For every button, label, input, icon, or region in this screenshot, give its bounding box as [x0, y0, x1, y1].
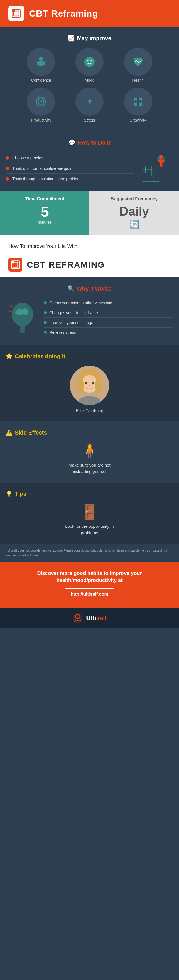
time-section: Time Commitment 5 minutes Suggested Freq… — [0, 191, 179, 235]
celebrity-name: Ellie Goulding — [6, 409, 173, 414]
svg-point-20 — [137, 98, 139, 100]
health-circle-bg — [124, 48, 152, 76]
svg-rect-5 — [37, 62, 39, 65]
celebrities-heading: ⭐ Celebrities doing it — [6, 353, 173, 360]
time-commitment-value: 5 — [6, 204, 84, 219]
step-2: Think of it from a positive viewpoint — [6, 163, 134, 174]
star-icon: ⭐ — [6, 353, 13, 360]
step-1: Choose a problem — [6, 153, 134, 163]
circle-productivity: Productivity — [19, 88, 63, 123]
why-content: Opens your mind to other viewpoints Chan… — [6, 298, 173, 337]
svg-rect-2 — [12, 9, 15, 12]
why-list: Opens your mind to other viewpoints Chan… — [44, 298, 173, 337]
svg-rect-29 — [160, 164, 161, 167]
speech-icon: 💬 — [68, 139, 76, 146]
side-effects-section: ⚠️ Side Effects 🧍 Make sure you are not … — [0, 422, 179, 482]
why-text-1: Opens your mind to other viewpoints — [49, 301, 113, 305]
why-item-2: Changes your default frame — [44, 308, 173, 318]
side-effects-text: Make sure you are not misleading yoursel… — [59, 462, 120, 475]
how-to-do-heading: 💬 How to Do It — [6, 139, 173, 146]
why-item-1: Opens your mind to other viewpoints — [44, 298, 173, 308]
mood-label: Mood — [84, 78, 94, 83]
how-to-do-content: Choose a problem Think of it from a posi… — [6, 151, 173, 185]
brain-figure — [6, 299, 39, 337]
svg-rect-28 — [163, 159, 165, 162]
svg-point-51 — [95, 377, 102, 393]
why-item-4: Relieves stress — [44, 328, 173, 337]
svg-marker-15 — [88, 97, 92, 106]
circle-stress: Stress — [68, 88, 111, 123]
suggested-frequency-panel: Suggested Frequency Daily 🔄 — [90, 191, 179, 235]
warning-icon: ⚠️ — [6, 429, 13, 436]
creativity-circle-bg — [124, 88, 152, 116]
svg-point-3 — [39, 57, 43, 60]
improve-circles-grid: Confidence Mood Health — [19, 48, 160, 123]
side-effects-figure: 🧍 — [6, 442, 173, 459]
productivity-label: Productivity — [31, 118, 51, 123]
creativity-label: Creativity — [130, 118, 146, 123]
svg-point-14 — [40, 101, 41, 102]
svg-point-49 — [82, 375, 97, 393]
health-label: Health — [132, 78, 143, 83]
frequency-value: Daily — [95, 204, 173, 218]
tips-figure: 🚪 — [6, 503, 173, 520]
suggested-frequency-label: Suggested Frequency — [95, 197, 173, 202]
why-dot-3 — [44, 321, 47, 324]
how-to-do-section: 💬 How to Do It Choose a problem Think of… — [0, 131, 179, 191]
step-3-dot — [6, 177, 9, 180]
svg-rect-6 — [43, 62, 45, 65]
why-dot-2 — [44, 311, 47, 314]
why-text-4: Relieves stress — [49, 330, 76, 335]
improve-subtitle: How To Improve Your Life With: — [8, 243, 171, 249]
footer-brand-text: Ultiself — [86, 614, 107, 622]
cta-text: Discover more good habits to improve you… — [8, 570, 171, 584]
circle-health: Health — [116, 48, 160, 83]
side-effects-heading: ⚠️ Side Effects — [6, 429, 173, 436]
lightbulb-icon: 💡 — [6, 490, 13, 497]
circle-creativity: Creativity — [116, 88, 160, 123]
banner-brand-title: CBT REFRAMING — [27, 260, 105, 269]
confidence-label: Confidence — [31, 78, 51, 83]
svg-rect-30 — [161, 164, 162, 167]
footer-logo-icon — [72, 612, 83, 624]
svg-point-7 — [84, 57, 95, 67]
why-text-3: Improves your self image — [49, 320, 93, 325]
why-text-2: Changes your default frame — [49, 310, 98, 315]
step-1-text: Choose a problem — [12, 156, 44, 160]
step-2-text: Think of it from a positive viewpoint — [12, 166, 73, 171]
svg-point-22 — [135, 100, 137, 103]
step-3-text: Think through a solution to the problem — [12, 177, 81, 181]
svg-point-50 — [77, 377, 84, 393]
circle-confidence: Confidence — [19, 48, 63, 83]
maze-figure — [137, 151, 173, 185]
svg-point-54 — [92, 382, 94, 385]
tips-section: 💡 Tips 🚪 Look for the opportunity in pro… — [0, 482, 179, 544]
time-commitment-label: Time Commitment — [6, 197, 84, 202]
why-dot-1 — [44, 302, 47, 304]
app-icon — [8, 6, 24, 21]
chart-icon: 📈 — [68, 35, 74, 41]
search-icon: 🔍 — [68, 285, 74, 292]
svg-rect-27 — [158, 159, 160, 162]
cta-section: Discover more good habits to improve you… — [0, 562, 179, 608]
cta-url[interactable]: http://ultiself.com — [65, 589, 114, 600]
page-title: CBT Reframing — [29, 8, 98, 19]
frequency-icon: 🔄 — [95, 220, 173, 229]
svg-line-43 — [10, 305, 13, 307]
svg-rect-46 — [20, 326, 25, 332]
stress-circle-bg — [76, 88, 103, 116]
time-commitment-unit: minutes — [6, 220, 84, 224]
disclaimer: * Ultiself does not provide medical advi… — [0, 544, 179, 562]
banner-brand: CBT REFRAMING — [8, 258, 171, 272]
productivity-circle-bg — [27, 88, 55, 116]
svg-point-25 — [159, 155, 163, 159]
svg-rect-41 — [11, 261, 14, 263]
may-improve-heading: 📈 May improve — [6, 35, 173, 41]
mood-circle-bg — [76, 48, 103, 76]
step-1-dot — [6, 156, 9, 160]
svg-point-8 — [87, 60, 89, 62]
confidence-circle-bg — [27, 48, 55, 76]
why-works-heading: 🔍 Why it works — [6, 285, 173, 292]
tips-text: Look for the opportunity in problems — [62, 523, 117, 536]
may-improve-section: 📈 May improve Confidence — [0, 27, 179, 131]
